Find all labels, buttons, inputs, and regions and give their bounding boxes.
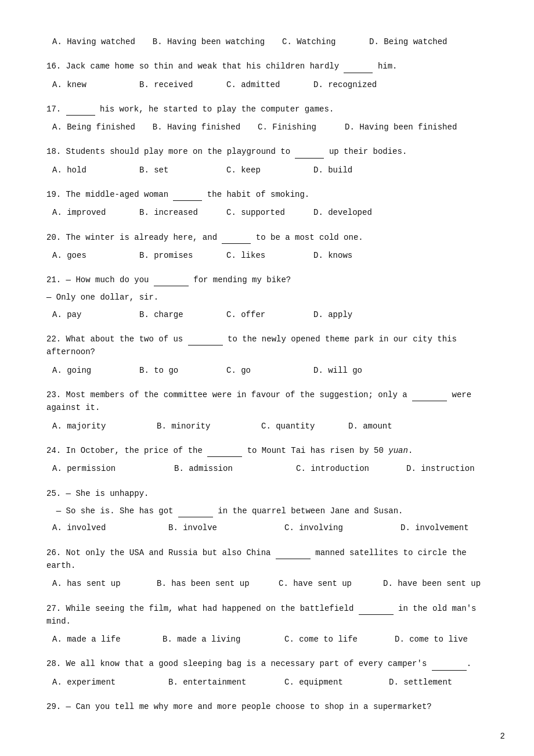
options-row: A. pay B. charge C. offer D. apply (46, 308, 499, 322)
option-c: C. come to life (284, 632, 377, 647)
option-d: D. involvement (400, 521, 470, 535)
option-a: A. knew (52, 78, 122, 92)
option-b: B. involve (168, 521, 267, 535)
option-d: D. Being watched (369, 35, 447, 49)
option-c: C. admitted (226, 78, 296, 92)
question-25: 25. — She is unhappy. — So she is. She h… (46, 487, 499, 536)
question-text: 28. We all know that a good sleeping bag… (46, 657, 499, 670)
option-b: B. promises (139, 249, 209, 263)
option-b: B. Having finished (153, 120, 240, 135)
question-text: 23. Most members of the committee were i… (46, 388, 499, 415)
question-17: 17. his work, he started to play the com… (46, 103, 499, 135)
question-text: 29. — Can you tell me why more and more … (46, 700, 499, 713)
option-c: C. equipment (284, 675, 371, 690)
dialogue-response: — Only one dollar, sir. (46, 291, 499, 304)
option-a: A. Having watched (52, 35, 135, 49)
option-a: A. has sent up (52, 577, 139, 591)
option-c: C. quantity (261, 419, 331, 434)
option-a: A. hold (52, 163, 122, 178)
question-29: 29. — Can you tell me why more and more … (46, 700, 499, 713)
options-row: A. goes B. promises C. likes D. knows (46, 249, 499, 263)
options-row: A. Being finished B. Having finished C. … (46, 120, 499, 135)
dialogue-response: — So she is. She has got in the quarrel … (46, 505, 499, 517)
option-d: D. build (313, 163, 383, 178)
question-24: 24. In October, the price of the to Moun… (46, 444, 499, 477)
option-b: B. made a living (163, 632, 267, 647)
options-row: A. knew B. received C. admitted D. recog… (46, 78, 499, 92)
question-27: 27. While seeing the film, what had happ… (46, 602, 499, 647)
option-d: D. settlement (389, 675, 459, 690)
option-a: A. experiment (52, 675, 151, 690)
option-a: A. going (52, 363, 122, 378)
option-b: B. set (139, 163, 209, 178)
question-text: 25. — She is unhappy. (46, 487, 499, 500)
options-row: A. Having watched B. Having been watchin… (46, 35, 499, 49)
question-text: 27. While seeing the film, what had happ… (46, 602, 499, 628)
option-b: B. entertainment (168, 675, 267, 690)
option-d: D. knows (313, 249, 383, 263)
option-c: C. likes (226, 249, 296, 263)
question-text: 18. Students should play more on the pla… (46, 145, 499, 158)
option-c: C. involving (284, 521, 383, 535)
option-b: B. admission (174, 462, 279, 476)
question-text: 16. Jack came home so thin and weak that… (46, 60, 499, 73)
options-row: A. hold B. set C. keep D. build (46, 163, 499, 178)
option-d: D. Having been finished (345, 120, 457, 135)
options-row: A. has sent up B. has been sent up C. ha… (46, 577, 499, 591)
question-text: 17. his work, he started to play the com… (46, 103, 499, 116)
option-a: A. majority (52, 419, 139, 434)
question-20: 20. The winter is already here, and to b… (46, 231, 499, 264)
option-b: B. charge (139, 308, 209, 322)
question-23: 23. Most members of the committee were i… (46, 388, 499, 434)
option-b: B. has been sent up (157, 577, 261, 591)
page-number: 2 (500, 732, 505, 741)
options-row: A. experiment B. entertainment C. equipm… (46, 675, 499, 690)
option-d: D. amount (348, 419, 418, 434)
options-row: A. majority B. minority C. quantity D. a… (46, 419, 499, 434)
option-d: D. have been sent up (383, 577, 481, 591)
option-a: A. pay (52, 308, 122, 322)
option-d: D. instruction (406, 462, 476, 476)
option-d: D. apply (313, 308, 383, 322)
question-18: 18. Students should play more on the pla… (46, 145, 499, 178)
option-b: B. received (139, 78, 209, 92)
option-a: A. involved (52, 521, 151, 535)
option-d: D. will go (313, 363, 383, 378)
option-b: B. increased (139, 206, 209, 220)
question-text: 24. In October, the price of the to Moun… (46, 444, 499, 457)
options-row: A. going B. to go C. go D. will go (46, 363, 499, 378)
question-text: 20. The winter is already here, and to b… (46, 231, 499, 244)
question-28: 28. We all know that a good sleeping bag… (46, 657, 499, 690)
option-b: B. to go (139, 363, 209, 378)
question-text: 21. — How much do you for mending my bik… (46, 273, 499, 286)
question-22: 22. What about the two of us to the newl… (46, 333, 499, 378)
option-c: C. supported (226, 206, 296, 220)
option-a: A. improved (52, 206, 122, 220)
question-text: 22. What about the two of us to the newl… (46, 333, 499, 359)
option-a: A. made a life (52, 632, 145, 647)
option-c: C. introduction (296, 462, 389, 476)
option-a: A. Being finished (52, 120, 135, 135)
option-d: D. recognized (313, 78, 383, 92)
option-d: D. developed (313, 206, 383, 220)
question-16: 16. Jack came home so thin and weak that… (46, 60, 499, 92)
option-c: C. go (226, 363, 296, 378)
question-21: 21. — How much do you for mending my bik… (46, 273, 499, 322)
option-c: C. Finishing (258, 120, 327, 135)
option-b: B. Having been watching (153, 35, 265, 49)
options-row: A. made a life B. made a living C. come … (46, 632, 499, 647)
option-b: B. minority (157, 419, 244, 434)
question-15-options: A. Having watched B. Having been watchin… (46, 35, 499, 49)
question-text: 26. Not only the USA and Russia but also… (46, 546, 499, 573)
question-19: 19. The middle-aged woman the habit of s… (46, 188, 499, 221)
question-26: 26. Not only the USA and Russia but also… (46, 546, 499, 592)
option-c: C. offer (226, 308, 296, 322)
option-a: A. goes (52, 249, 122, 263)
options-row: A. permission B. admission C. introducti… (46, 462, 499, 476)
options-row: A. involved B. involve C. involving D. i… (46, 521, 499, 535)
option-c: C. keep (226, 163, 296, 178)
option-c: C. have sent up (279, 577, 366, 591)
option-d: D. come to live (395, 632, 468, 647)
question-text: 19. The middle-aged woman the habit of s… (46, 188, 499, 201)
option-a: A. permission (52, 462, 157, 476)
